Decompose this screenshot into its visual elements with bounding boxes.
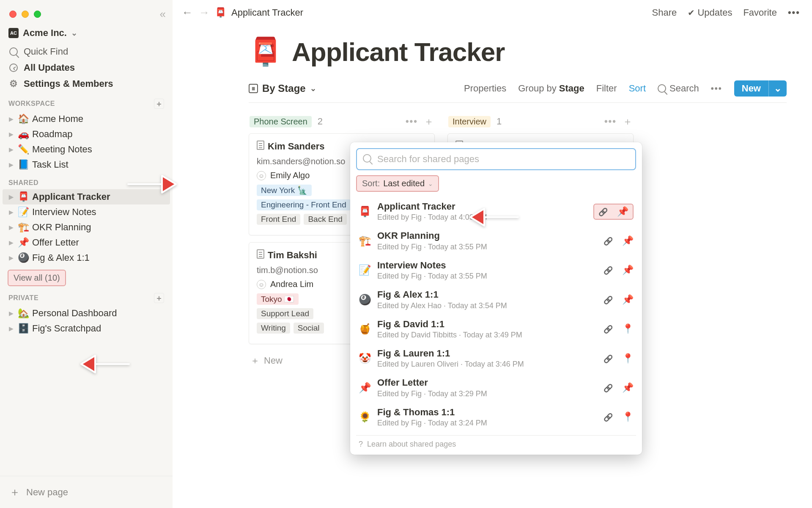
page-title[interactable]: Applicant Tracker [292,37,505,67]
shared-sort-button[interactable]: Sort: Last edited ⌄ [356,175,439,192]
copy-link-button[interactable] [604,411,613,422]
window-minimize-button[interactable] [22,11,29,18]
column-add-button[interactable]: ＋ [424,115,434,128]
sidebar-item-shared-3[interactable]: ▶ 📌 Offer Letter [3,235,170,250]
page-more-button[interactable]: ••• [788,7,800,18]
breadcrumb[interactable]: Applicant Tracker [231,7,303,18]
all-updates-button[interactable]: All Updates [0,60,173,76]
sidebar-item-workspace-2[interactable]: ▶ ✏️ Meeting Notes [3,142,170,157]
new-page-button[interactable]: ＋ New page [0,476,173,508]
topbar: ← → 📮 Applicant Tracker Share ✔ Updates … [173,0,812,23]
disclosure-triangle-icon[interactable]: ▶ [8,325,14,332]
column-status-tag[interactable]: Interview [448,116,491,127]
page-emoji-icon: 📌 [18,237,29,248]
disclosure-triangle-icon[interactable]: ▶ [8,254,14,261]
disclosure-triangle-icon[interactable]: ▶ [8,310,14,317]
sidebar-item-shared-0[interactable]: ▶ 📮 Applicant Tracker [3,189,170,204]
search-button[interactable]: Search [658,83,699,94]
new-record-button[interactable]: New ⌄ [734,80,787,97]
shared-search-input[interactable] [376,153,629,165]
pin-button[interactable]: 📌 [617,206,628,217]
sort-button[interactable]: Sort [629,83,646,94]
sidebar-item-label: Meeting Notes [32,144,92,155]
updates-button[interactable]: ✔ Updates [688,7,732,18]
add-page-workspace-button[interactable]: ＋ [154,99,164,109]
page-emoji-icon: 📮 [18,191,29,202]
share-button[interactable]: Share [652,7,677,18]
check-icon: ✔ [688,8,695,17]
quick-find-button[interactable]: Quick Find [0,44,173,60]
view-all-shared-button[interactable]: View all (10) [8,270,66,286]
collapse-sidebar-button[interactable]: « [160,8,163,21]
copy-link-button[interactable] [604,382,613,393]
page-emoji-icon: 🎱 [359,294,371,306]
main-area: ← → 📮 Applicant Tracker Share ✔ Updates … [173,0,812,508]
card-skill-chip: Back End [304,214,346,225]
add-page-private-button[interactable]: ＋ [154,293,164,303]
filter-button[interactable]: Filter [596,83,617,94]
page-emoji[interactable]: 📮 [249,36,283,68]
window-zoom-button[interactable] [34,11,41,18]
board-column-header: Interview 1 ••• ＋ [447,113,634,133]
shared-pages-item-4[interactable]: 🍯 Fig & David 1:1 Edited by David Tibbit… [356,315,636,344]
copy-link-button[interactable] [604,235,613,246]
copy-link-button[interactable] [604,323,613,334]
disclosure-triangle-icon[interactable]: ▶ [8,193,14,200]
sidebar-item-shared-1[interactable]: ▶ 📝 Interview Notes [3,204,170,220]
pin-button[interactable]: 📌 [622,235,634,246]
sidebar-item-private-1[interactable]: ▶ 🗄️ Fig's Scratchpad [3,321,170,336]
view-more-button[interactable]: ••• [711,84,722,94]
new-button-dropdown[interactable]: ⌄ [768,80,787,97]
column-status-tag[interactable]: Phone Screen [250,116,312,127]
shared-search-input-wrap[interactable] [356,148,636,170]
sidebar-item-shared-2[interactable]: ▶ 🏗️ OKR Planning [3,220,170,235]
disclosure-triangle-icon[interactable]: ▶ [8,116,14,122]
window-close-button[interactable] [9,11,16,18]
copy-link-button[interactable] [604,265,613,276]
column-add-button[interactable]: ＋ [623,115,633,128]
pin-button[interactable]: 📌 [622,382,634,393]
sidebar-item-workspace-3[interactable]: ▶ 📘 Task List [3,157,170,172]
disclosure-triangle-icon[interactable]: ▶ [8,161,14,168]
sidebar-item-shared-4[interactable]: ▶ 🎱 Fig & Alex 1:1 [3,250,170,265]
pin-button[interactable]: 📍 [622,323,634,334]
disclosure-triangle-icon[interactable]: ▶ [8,239,14,246]
pin-button[interactable]: 📍 [622,411,634,422]
back-button[interactable]: ← [182,6,193,19]
group-by-button[interactable]: Group by Stage [518,83,584,94]
clock-icon [8,64,19,72]
disclosure-triangle-icon[interactable]: ▶ [8,146,14,153]
disclosure-triangle-icon[interactable]: ▶ [8,224,14,231]
workspace-switcher[interactable]: AC Acme Inc. ⌄ [0,24,173,44]
disclosure-triangle-icon[interactable]: ▶ [8,131,14,138]
favorite-button[interactable]: Favorite [743,7,776,18]
page-emoji-icon: 🏗️ [359,235,371,247]
column-more-button[interactable]: ••• [406,116,418,127]
copy-link-button[interactable] [604,353,613,364]
column-more-button[interactable]: ••• [604,116,617,127]
pin-button[interactable]: 📌 [622,294,634,305]
copy-link-button[interactable] [598,206,608,217]
shared-pages-item-7[interactable]: 🌻 Fig & Thomas 1:1 Edited by Fig · Today… [356,403,636,432]
shared-pages-item-3[interactable]: 🎱 Fig & Alex 1:1 Edited by Alex Hao · To… [356,285,636,314]
shared-pages-item-5[interactable]: 🤡 Fig & Lauren 1:1 Edited by Lauren Oliv… [356,344,636,373]
sidebar-item-private-0[interactable]: ▶ 🏡 Personal Dashboard [3,306,170,321]
shared-pages-item-6[interactable]: 📌 Offer Letter Edited by Fig · Today at … [356,373,636,402]
sidebar-item-workspace-1[interactable]: ▶ 🚗 Roadmap [3,127,170,142]
sidebar-item-workspace-0[interactable]: ▶ 🏠 Acme Home [3,111,170,127]
pin-button[interactable]: 📍 [622,353,634,364]
group-by-prefix: Group by [518,83,559,94]
view-switcher[interactable]: ≣ By Stage ⌄ [249,83,316,94]
disclosure-triangle-icon[interactable]: ▶ [8,209,14,215]
sidebar-item-label: OKR Planning [32,222,91,233]
forward-button[interactable]: → [199,6,210,19]
properties-button[interactable]: Properties [464,83,506,94]
shared-pages-item-1[interactable]: 🏗️ OKR Planning Edited by Fig · Today at… [356,226,636,255]
page-icon [257,249,264,261]
shared-pages-item-0[interactable]: 📮 Applicant Tracker Edited by Fig · Toda… [356,197,636,226]
settings-button[interactable]: Settings & Members [0,76,173,92]
shared-pages-item-2[interactable]: 📝 Interview Notes Edited by Fig · Today … [356,256,636,285]
copy-link-button[interactable] [604,294,613,305]
shared-pages-help-link[interactable]: ? Learn about shared pages [356,435,636,450]
pin-button[interactable]: 📌 [622,265,634,276]
